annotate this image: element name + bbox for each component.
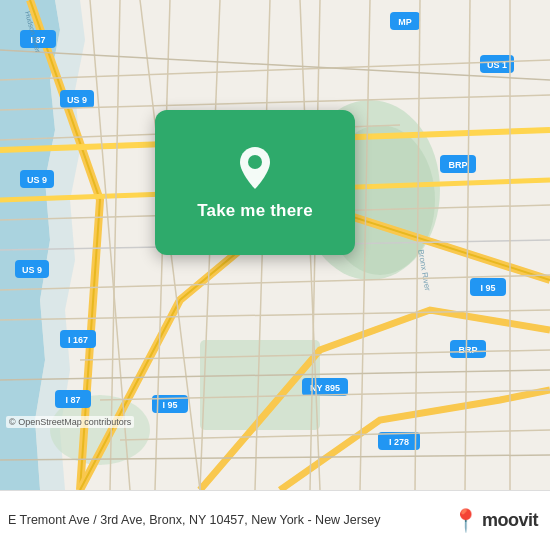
svg-text:I 95: I 95 [480, 283, 495, 293]
map-view: I 87 US 9 US 9 US 9 I 87 I 95 I 95 NY 89… [0, 0, 550, 490]
map-attribution: © OpenStreetMap contributors [6, 416, 134, 428]
take-me-there-label: Take me there [197, 201, 313, 221]
svg-text:US 9: US 9 [67, 95, 87, 105]
moovit-logo: 📍 moovit [452, 510, 538, 532]
svg-point-54 [248, 155, 262, 169]
info-bar: E Tremont Ave / 3rd Ave, Bronx, NY 10457… [0, 490, 550, 550]
svg-text:I 95: I 95 [162, 400, 177, 410]
svg-text:US 9: US 9 [27, 175, 47, 185]
svg-text:I 87: I 87 [65, 395, 80, 405]
svg-text:BRP: BRP [458, 345, 477, 355]
moovit-pin-icon: 📍 [452, 510, 479, 532]
svg-text:MP: MP [398, 17, 412, 27]
svg-text:US 9: US 9 [22, 265, 42, 275]
location-pin-icon [235, 145, 275, 191]
svg-text:NY 895: NY 895 [310, 383, 340, 393]
take-me-there-button[interactable]: Take me there [155, 110, 355, 255]
svg-text:I 167: I 167 [68, 335, 88, 345]
svg-text:BRP: BRP [448, 160, 467, 170]
moovit-text: moovit [482, 510, 538, 531]
svg-text:I 278: I 278 [389, 437, 409, 447]
address-text: E Tremont Ave / 3rd Ave, Bronx, NY 10457… [8, 512, 442, 530]
